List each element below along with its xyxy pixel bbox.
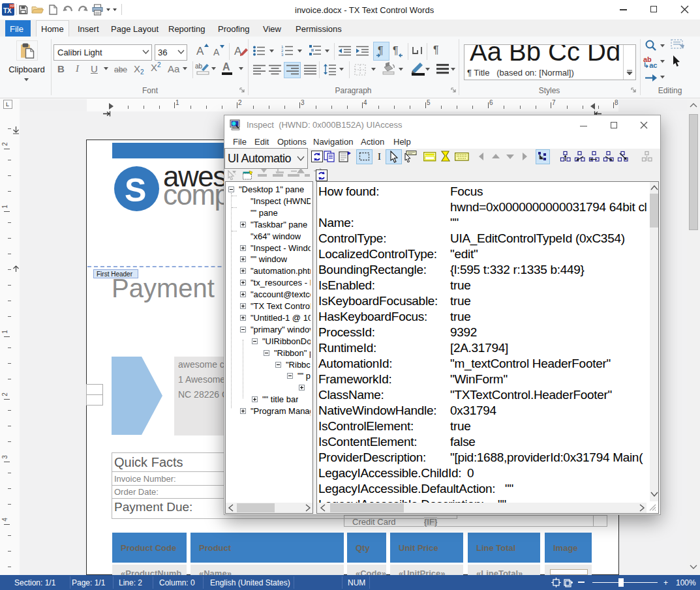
svg-text:¶: ¶ [393,45,399,56]
svg-text:ab: ab [195,63,203,70]
